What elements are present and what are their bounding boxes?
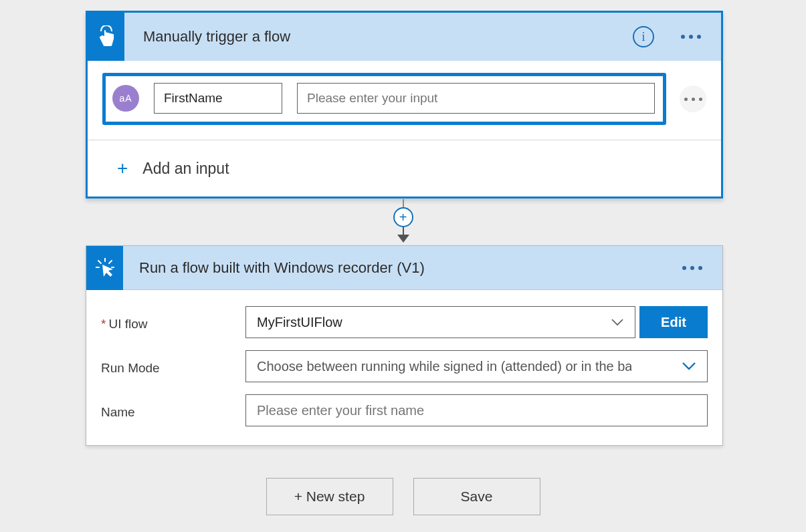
trigger-card: Manually trigger a flow i aA + Add an in… (86, 11, 723, 198)
chevron-down-icon (682, 362, 696, 371)
step-connector: + (0, 199, 806, 243)
insert-step-button[interactable]: + (393, 207, 413, 227)
ui-flow-select[interactable]: MyFirstUIFlow (245, 306, 635, 338)
add-input-label: Add an input (142, 160, 229, 178)
action-title: Run a flow built with Windows recorder (… (139, 259, 425, 277)
input-description-field[interactable] (297, 83, 655, 114)
name-label: Name (101, 401, 245, 420)
trigger-icon-tile (88, 13, 124, 61)
new-step-button[interactable]: + New step (266, 478, 393, 515)
action-icon-tile (86, 246, 123, 290)
edit-button[interactable]: Edit (639, 306, 708, 338)
trigger-header[interactable]: Manually trigger a flow i (88, 13, 721, 61)
run-mode-label: Run Mode (101, 357, 245, 376)
arrow-down-icon (397, 235, 409, 243)
footer-actions: + New step Save (0, 478, 806, 515)
info-icon[interactable]: i (633, 26, 654, 47)
ui-flow-row: *UI flow MyFirstUIFlow Edit (101, 306, 708, 338)
svg-line-2 (109, 261, 112, 263)
ui-flow-value: MyFirstUIFlow (257, 315, 342, 330)
input-row-highlight: aA (102, 73, 666, 125)
required-icon: * (101, 317, 106, 331)
chevron-down-icon (611, 318, 624, 326)
name-input[interactable] (245, 394, 708, 426)
touch-icon (97, 25, 116, 48)
run-mode-select[interactable]: Choose between running while signed in (… (245, 350, 708, 382)
action-form: *UI flow MyFirstUIFlow Edit Run Mode Cho… (86, 290, 722, 445)
svg-line-1 (98, 261, 101, 263)
input-name-field[interactable] (154, 83, 282, 114)
save-button[interactable]: Save (413, 478, 540, 515)
cursor-click-icon (96, 258, 114, 278)
action-card: Run a flow built with Windows recorder (… (86, 245, 723, 446)
ui-flow-label: *UI flow (101, 313, 245, 331)
trigger-more-icon[interactable] (681, 35, 701, 39)
run-mode-row: Run Mode Choose between running while si… (101, 350, 708, 382)
action-header[interactable]: Run a flow built with Windows recorder (… (86, 246, 722, 290)
name-row: Name (101, 394, 708, 426)
run-mode-placeholder: Choose between running while signed in (… (257, 359, 631, 374)
input-row-more-icon[interactable] (680, 86, 706, 112)
add-input-button[interactable]: + Add an input (88, 140, 721, 196)
text-type-icon: aA (112, 85, 139, 112)
trigger-inputs-section: aA (88, 61, 721, 140)
plus-icon: + (117, 159, 128, 178)
trigger-title: Manually trigger a flow (143, 28, 290, 45)
action-more-icon[interactable] (682, 266, 702, 270)
